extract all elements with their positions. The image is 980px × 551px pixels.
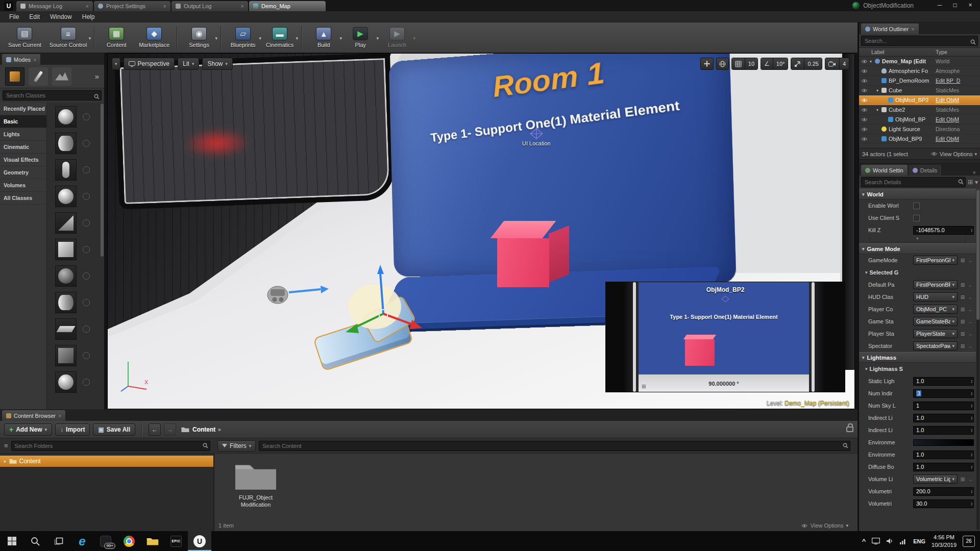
add-new-button[interactable]: + Add New ▾ (4, 423, 52, 436)
more-modes-icon[interactable]: » (95, 72, 99, 81)
number-input[interactable]: 1▴▾ (913, 402, 974, 410)
expander-icon[interactable]: ▸ (4, 459, 7, 464)
expander-icon[interactable]: ▾ (876, 88, 881, 93)
placeable-item[interactable] (47, 157, 104, 183)
perspective-button[interactable]: Perspective (124, 58, 175, 70)
spinner-icon[interactable]: ▴▾ (971, 228, 972, 232)
tab-modes[interactable]: Modes × (2, 54, 40, 65)
category-visual-effects[interactable]: Visual Effects (0, 154, 46, 166)
file-explorer-icon[interactable] (141, 531, 164, 551)
menu-file[interactable]: File (4, 11, 24, 22)
actor-type[interactable]: Edit ObjM (936, 136, 979, 142)
dropdown[interactable]: FirstPersonBP▾ (913, 280, 958, 289)
actor-type[interactable]: Edit ObjM (936, 116, 979, 122)
category-geometry[interactable]: Geometry (0, 166, 46, 179)
folder-tree-item-content[interactable]: ▸ Content (0, 456, 213, 467)
minimize-button[interactable]: ─ (932, 0, 947, 10)
eye-toggle[interactable] (861, 117, 870, 122)
expander-icon[interactable]: ▾ (870, 59, 875, 64)
browse-icon[interactable]: ⊞ (960, 294, 966, 300)
outliner-row-objmod-bp2[interactable]: ObjMod_BP2Edit ObjM (859, 95, 980, 105)
checkbox[interactable] (913, 203, 920, 209)
dropdown[interactable]: FirstPersonGM▾ (913, 256, 958, 265)
rotation-snap-icon[interactable]: ∠ (761, 58, 773, 69)
tab-world-settings[interactable]: World Settin (861, 165, 908, 176)
advanced-expander[interactable]: ▾ (869, 236, 966, 242)
spinner-icon[interactable]: ▴▾ (971, 379, 972, 383)
import-button[interactable]: ↓ Import (55, 423, 90, 436)
category-recently-placed[interactable]: Recently Placed (0, 103, 46, 115)
world-space-icon[interactable] (716, 58, 729, 70)
property-group-lightmass-s[interactable]: ▾Lightmass S (859, 363, 976, 375)
color-swatch[interactable] (913, 439, 974, 446)
scale-snap-value[interactable]: 0.25 (804, 58, 821, 69)
details-scrollbar-thumb[interactable] (976, 190, 979, 320)
close-icon[interactable]: × (58, 413, 61, 419)
outliner-row-objmod-bp9[interactable]: ObjMod_BP9Edit ObjM (859, 134, 980, 144)
spinner-icon[interactable]: ▴▾ (971, 428, 972, 432)
use-selected-icon[interactable]: ← (968, 307, 974, 312)
toolbar-play-button[interactable]: ▶Play▾ (342, 23, 379, 52)
use-selected-icon[interactable]: ← (968, 282, 974, 288)
toolbar-cinematics-button[interactable]: ▬Cinematics▾ (261, 23, 298, 52)
spinner-icon[interactable]: ▴▾ (971, 489, 972, 493)
unreal-taskbar-icon[interactable]: U (188, 531, 211, 551)
placeable-item[interactable] (47, 130, 104, 157)
spinner-icon[interactable]: ▴▾ (971, 404, 972, 408)
outliner-row-light-source[interactable]: Light SourceDirectiona (859, 124, 980, 134)
epic-games-icon[interactable]: EPIC (164, 531, 188, 551)
tray-expand-icon[interactable]: ^ (862, 537, 866, 545)
outliner-search-input[interactable] (861, 36, 978, 46)
browse-icon[interactable]: ⊞ (960, 477, 966, 482)
forward-button[interactable]: → (164, 423, 176, 436)
number-input[interactable]: -1048575.0▴▾ (913, 226, 974, 235)
category-lights[interactable]: Lights (0, 128, 46, 141)
epic-launcher-icon[interactable]: 99+ (94, 531, 117, 551)
pink-cube[interactable] (497, 238, 549, 287)
landscape-mode-icon[interactable] (52, 67, 71, 86)
eye-toggle[interactable] (861, 127, 870, 132)
ui-location-marker[interactable]: UI Location (522, 128, 551, 146)
window-tab-output-log[interactable]: Output Log× (172, 1, 248, 11)
display-icon[interactable] (872, 538, 880, 544)
number-input[interactable]: 1.0▴▾ (913, 414, 974, 422)
tab-world-outliner[interactable]: World Outliner × (861, 23, 919, 34)
outliner-row-bp-demoroom[interactable]: BP_DemoRoomEdit BP_D (859, 76, 980, 86)
expander-icon[interactable]: ▾ (876, 108, 881, 112)
maximize-button[interactable]: □ (947, 0, 963, 10)
menu-window[interactable]: Window (45, 11, 77, 22)
outliner-row-atmospheric-fo[interactable]: Atmospheric FoAtmosphe (859, 66, 980, 76)
network-icon[interactable] (899, 538, 907, 544)
placeable-item[interactable] (47, 263, 104, 289)
browse-icon[interactable]: ⊞ (960, 307, 966, 312)
eye-toggle[interactable] (861, 79, 870, 83)
task-view-button[interactable] (47, 531, 70, 551)
number-input[interactable]: 3▴▾ (913, 389, 974, 398)
close-icon[interactable]: × (971, 169, 978, 176)
spinner-icon[interactable]: ▴▾ (971, 391, 972, 395)
window-tab-project-settings[interactable]: Project Settings× (94, 1, 170, 11)
filters-button[interactable]: Filters ▾ (217, 440, 256, 452)
menu-edit[interactable]: Edit (24, 11, 45, 22)
placeable-item[interactable] (47, 316, 104, 342)
lock-icon[interactable] (846, 427, 853, 432)
outliner-row-cube[interactable]: ▾CubeStaticMes (859, 86, 980, 95)
eye-toggle[interactable] (861, 108, 870, 112)
view-options-button[interactable]: View Options ▾ (801, 522, 848, 529)
lit-button[interactable]: Lit▾ (178, 58, 199, 70)
rotation-snap-value[interactable]: 10° (773, 58, 788, 69)
save-all-button[interactable]: ▣ Save All (93, 423, 135, 436)
eye-toggle[interactable] (861, 88, 870, 93)
category-volumes[interactable]: Volumes (0, 179, 46, 192)
breadcrumb[interactable]: Content ▸ (179, 426, 223, 433)
search-classes-input[interactable] (3, 90, 102, 101)
category-cinematic[interactable]: Cinematic (0, 141, 46, 154)
back-button[interactable]: ← (149, 423, 161, 436)
use-selected-icon[interactable]: ← (968, 258, 974, 263)
use-selected-icon[interactable]: ← (968, 343, 974, 349)
property-group-selected-g[interactable]: ▾Selected G (859, 266, 976, 279)
viewport-scene[interactable]: Room 1 Type 1- Support One(1) Material E… (108, 54, 854, 409)
toolbar-marketplace-button[interactable]: ◆Marketplace (135, 23, 174, 52)
grid-snap-icon[interactable] (732, 58, 745, 69)
viewport-options-button[interactable]: ▾ (112, 58, 120, 70)
